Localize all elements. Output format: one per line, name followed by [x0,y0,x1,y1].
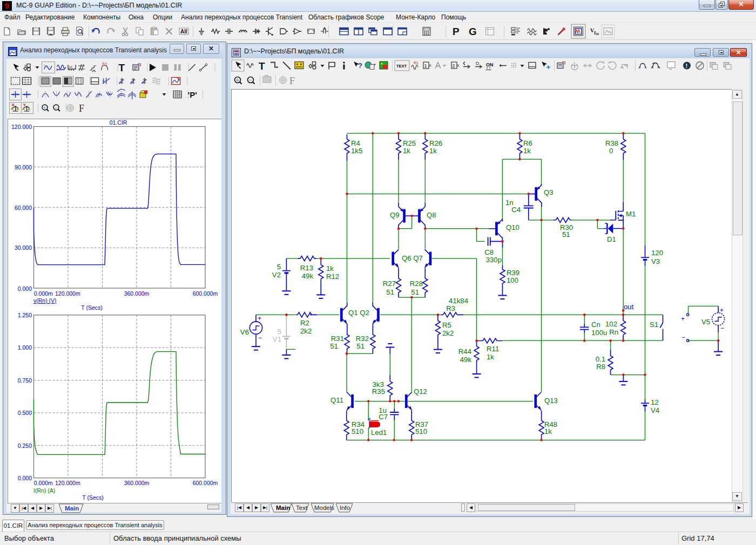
svg-text:41k84: 41k84 [449,297,468,305]
svg-text:V6: V6 [240,328,249,336]
svg-text:Q9: Q9 [390,211,400,219]
svg-text:R39: R39 [507,269,519,277]
svg-text:R5: R5 [442,321,451,329]
svg-text:Q13: Q13 [544,397,558,405]
svg-text:5: 5 [277,263,281,271]
svg-text:2k2: 2k2 [300,327,312,335]
svg-text:1k: 1k [544,427,552,435]
svg-text:V2: V2 [272,271,281,279]
svg-text:100: 100 [507,276,518,284]
svg-text:R4: R4 [351,139,360,147]
svg-text:12: 12 [651,398,659,406]
svg-text:V4: V4 [651,406,659,414]
svg-text:−: − [681,333,685,341]
svg-text:R35: R35 [372,387,385,396]
svg-text:+: + [258,315,261,322]
svg-text:R11: R11 [487,345,499,353]
svg-text:R28: R28 [410,280,423,288]
svg-text:Q3: Q3 [544,188,554,196]
svg-text:C8: C8 [484,248,494,256]
svg-text:49k: 49k [460,356,472,364]
svg-text:C4: C4 [511,206,521,214]
svg-text:V1: V1 [273,335,281,343]
svg-text:R6: R6 [523,139,532,147]
svg-text:Cn: Cn [591,321,600,329]
svg-text:1k: 1k [523,147,531,155]
svg-text:Led1: Led1 [371,428,387,437]
svg-text:1k: 1k [403,147,410,155]
svg-text:1k: 1k [429,147,437,155]
svg-text:510: 510 [415,427,427,435]
svg-text:51: 51 [411,288,419,296]
svg-text:Q6 Q7: Q6 Q7 [402,254,423,262]
svg-text:M1: M1 [626,210,636,218]
svg-text:−: − [720,324,724,332]
svg-text:R38: R38 [605,139,618,147]
svg-text:5: 5 [278,328,281,336]
svg-text:R3: R3 [446,304,455,312]
svg-text:2k2: 2k2 [442,329,454,337]
svg-text:102: 102 [605,320,617,328]
svg-text:Q8: Q8 [427,211,436,219]
svg-text:Rn: Rn [609,328,618,336]
svg-text:R26: R26 [429,139,442,147]
svg-text:R32: R32 [356,335,369,343]
svg-text:Q11: Q11 [330,396,343,404]
svg-text:49k: 49k [302,272,314,280]
svg-text:V3: V3 [651,257,660,265]
svg-text:+: + [720,306,724,314]
svg-text:0: 0 [609,147,613,155]
svg-text:R44: R44 [458,348,471,356]
svg-text:C7: C7 [379,413,388,421]
svg-text:100u: 100u [591,329,607,337]
svg-text:330p: 330p [486,256,502,264]
svg-text:1k: 1k [326,264,334,272]
svg-text:51: 51 [330,342,338,350]
svg-text:51: 51 [562,230,570,239]
svg-text:R25: R25 [403,139,416,147]
svg-text:R13: R13 [300,264,313,272]
svg-text:1k: 1k [487,353,494,361]
svg-text:Q12: Q12 [414,387,427,396]
svg-text:51: 51 [356,342,364,350]
svg-text:V5: V5 [701,318,710,326]
svg-text:R12: R12 [326,272,339,281]
svg-text:1k5: 1k5 [351,147,362,155]
svg-text:out: out [624,303,634,311]
svg-text:51: 51 [386,288,394,296]
svg-text:R8: R8 [596,363,605,371]
svg-text:D1: D1 [607,235,616,243]
svg-text:+: + [368,416,371,422]
svg-text:R27: R27 [383,280,396,288]
svg-text:Q10: Q10 [506,223,519,231]
svg-text:R31: R31 [331,335,344,343]
svg-text:Q1 Q2: Q1 Q2 [348,309,369,317]
svg-text:S1: S1 [650,321,658,329]
svg-text:R2: R2 [300,319,309,327]
svg-text:510: 510 [352,427,363,435]
svg-text:120: 120 [651,249,663,257]
svg-text:+: + [681,315,685,323]
svg-text:−: − [258,334,262,342]
svg-text:0.1: 0.1 [596,355,605,363]
